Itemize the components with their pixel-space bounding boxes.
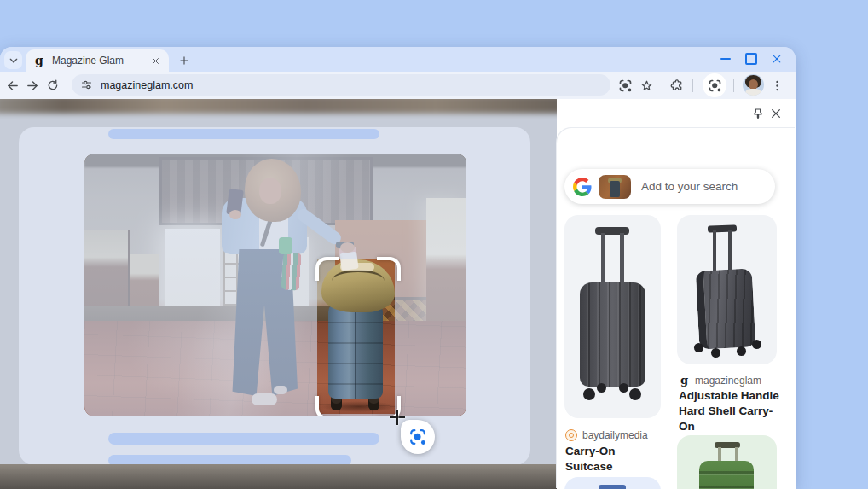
pin-panel-button[interactable]: [751, 107, 765, 120]
kebab-menu-icon: [770, 79, 784, 93]
site-settings-tune-icon[interactable]: [80, 79, 93, 91]
pin-icon: [751, 107, 765, 120]
result-product-image[interactable]: [677, 215, 777, 364]
bookmark-button[interactable]: [636, 75, 657, 96]
window-minimize-button[interactable]: [715, 49, 736, 68]
reload-icon: [46, 79, 60, 92]
lens-scrim[interactable]: [84, 414, 466, 416]
result-source[interactable]: baydailymedia: [565, 429, 648, 441]
profile-avatar[interactable]: [743, 74, 764, 96]
close-panel-button[interactable]: [769, 107, 783, 120]
lens-icon: [618, 79, 633, 93]
magazineglam-favicon: g: [679, 374, 690, 387]
suitcase-wheel: [737, 346, 746, 356]
suitcase-handle: [708, 224, 737, 232]
lens-icon: [708, 79, 722, 93]
selection-corner-top-left[interactable]: [315, 257, 339, 281]
lens-search-bar[interactable]: [564, 169, 775, 204]
address-bar[interactable]: magazineglam.com: [72, 74, 610, 96]
lens-scrim[interactable]: [84, 154, 466, 259]
lens-panel-toggle-button[interactable]: [704, 75, 725, 96]
selection-corner-bottom-left[interactable]: [315, 396, 339, 416]
window-maximize-button[interactable]: [741, 49, 761, 68]
page-blurred-image-strip: [0, 99, 557, 114]
selection-corner-top-right[interactable]: [377, 257, 401, 281]
browser-menu-button[interactable]: [767, 75, 787, 96]
forward-button[interactable]: [22, 75, 43, 96]
suitcase-body: [696, 268, 756, 349]
tab-magazine-glam[interactable]: g Magazine Glam: [26, 49, 169, 72]
add-to-search-input[interactable]: [639, 179, 771, 194]
article-photo[interactable]: [84, 154, 466, 416]
forward-arrow-icon: [26, 79, 40, 93]
suitcase-wheel: [711, 348, 720, 358]
lens-icon: [408, 428, 427, 446]
extensions-button[interactable]: [667, 75, 687, 96]
star-icon: [639, 79, 654, 93]
result-product-image-blue[interactable]: [564, 477, 661, 489]
suitcase-wheel: [629, 388, 641, 400]
result-source-name: baydailymedia: [582, 429, 648, 441]
suitcase-wheel: [752, 340, 761, 349]
tab-favicon-icon: g: [32, 54, 46, 67]
suitcase-handle-tube: [620, 233, 624, 284]
selection-thumbnail: [599, 175, 631, 199]
toolbar-divider: [692, 79, 693, 92]
toolbar-divider: [733, 79, 734, 92]
back-arrow-icon: [5, 79, 20, 93]
result-source[interactable]: g magazineglam: [679, 374, 761, 387]
suitcase-handle-tube: [728, 230, 732, 275]
tab-search-button[interactable]: [4, 51, 22, 69]
suitcase-seam: [355, 303, 356, 399]
plus-icon: [178, 55, 190, 67]
lens-side-panel: g magazineglam Adjustable Handle Hard Sh…: [557, 99, 796, 489]
webpage-viewport: [0, 99, 557, 489]
suitcase-handle-tube: [601, 233, 605, 284]
lens-search-fab[interactable]: [401, 420, 435, 454]
skeleton-text-bar: [108, 433, 379, 445]
back-button[interactable]: [2, 75, 22, 96]
baydailymedia-favicon: [565, 429, 577, 441]
result-product-image-green[interactable]: [677, 435, 777, 489]
lens-scrim[interactable]: [395, 259, 466, 414]
new-tab-button[interactable]: [175, 51, 193, 69]
magazine-article-card: [19, 127, 530, 465]
result-source-name: magazineglam: [695, 375, 761, 387]
close-icon: [771, 53, 783, 65]
tab-strip: g Magazine Glam: [0, 47, 796, 72]
result-product-image[interactable]: [564, 215, 661, 418]
suitcase-handle-tube: [713, 230, 716, 275]
suitcase-body: [699, 461, 754, 489]
lens-search-button[interactable]: [615, 75, 635, 96]
suitcase-handle: [595, 227, 629, 235]
chevron-down-icon: [7, 54, 20, 67]
result-title[interactable]: Adjustable Handle Hard Shell Carry-On: [679, 388, 781, 435]
suitcase-wheel: [619, 383, 628, 393]
browser-toolbar: magazineglam.com: [0, 72, 796, 99]
maximize-icon: [745, 53, 757, 65]
window-close-button[interactable]: [767, 49, 787, 68]
crosshair-cursor: [390, 410, 405, 425]
suitcase-wheel: [694, 343, 703, 352]
avatar-shirt: [744, 89, 762, 96]
google-g-logo: [573, 178, 592, 196]
close-icon: [769, 107, 783, 120]
puzzle-extensions-icon: [669, 78, 685, 93]
result-title[interactable]: Carry-On Suitcase: [565, 444, 661, 474]
reload-button[interactable]: [43, 75, 63, 96]
tab-close-button[interactable]: [148, 54, 162, 67]
tab-title: Magazine Glam: [52, 55, 148, 67]
minimize-icon: [720, 58, 731, 60]
suitcase-body: [580, 282, 645, 387]
page-dimmed-footer: [0, 464, 557, 489]
skeleton-text-bar: [108, 129, 379, 139]
browser-window: g Magazine Glam magazineglam.com: [0, 47, 796, 489]
suitcase-handle: [599, 485, 626, 489]
lens-scrim[interactable]: [84, 259, 317, 414]
lens-results-card: g magazineglam Adjustable Handle Hard Sh…: [557, 128, 796, 489]
url-text[interactable]: magazineglam.com: [101, 79, 193, 91]
suitcase-wheel: [597, 383, 606, 393]
thumbnail-suitcase: [610, 181, 620, 197]
suitcase-wheel: [583, 388, 595, 400]
close-icon: [151, 56, 160, 66]
